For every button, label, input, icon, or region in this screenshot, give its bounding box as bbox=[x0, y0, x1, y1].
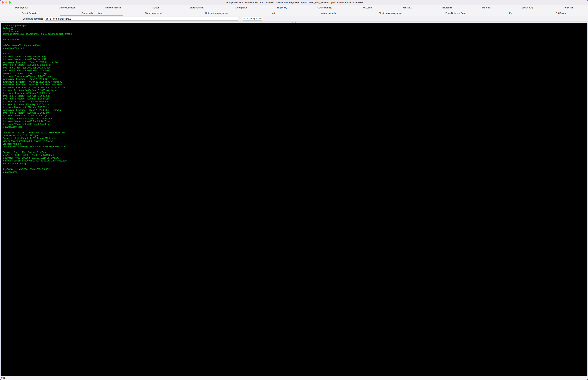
tab-command-execution[interactable]: Command execution bbox=[60, 10, 123, 16]
terminal-line: Sector size (logical/physical): 512 byte… bbox=[3, 137, 294, 140]
splitter-handle[interactable] bbox=[0, 21, 294, 23]
tab-memory-injection[interactable]: Memory injection bbox=[90, 5, 137, 10]
terminal-line: /dev/vda2 4096 395263 391168 191M EFI Sy… bbox=[3, 156, 294, 159]
tab-file-management[interactable]: File management bbox=[123, 10, 184, 16]
terminal-line: lrwxrwxrwx 1 root root 8 Jun 25 2025 sbi… bbox=[3, 109, 294, 112]
terminal-line: flag{5814d11a-d4b2-866e-28ab-c788e3a063b… bbox=[3, 168, 294, 171]
tab-notes[interactable]: Notes bbox=[250, 10, 294, 16]
terminal-line: /opt/webapp/ >id bbox=[3, 38, 294, 41]
terminal-line: /opt/webapp/ >ls -la / bbox=[3, 47, 294, 50]
terminal-line: drwxr-xr-x 4 root root 4096 Jun 25 2025 … bbox=[3, 64, 294, 66]
terminal-line: /dev/vda1 2048 4095 2048 1M BIOS boot bbox=[3, 154, 294, 156]
terminal-output[interactable]: currentDir:/opt/webapp/fileRoot:[/]curre… bbox=[0, 23, 294, 190]
terminal-line: total 72 bbox=[3, 52, 294, 55]
terminal-line: dr-xr-xr-x 158 root root 0 Jan 10 16:59 … bbox=[3, 100, 294, 103]
terminal-line: lrwxrwxrwx 1 root root 7 Jun 25 2025 lib… bbox=[3, 78, 294, 80]
terminal-line: lrwxrwxrwx 1 root root 7 Jun 25 2025 bin… bbox=[3, 61, 294, 64]
window-title: Url:http://172.16.22.88:8080/favicon.ico… bbox=[0, 1, 294, 4]
terminal-line: drwx------ 2 root root 16384 Jun 25 2025… bbox=[3, 89, 294, 92]
splitter-dot bbox=[293, 22, 293, 22]
terminal-line: lrwxrwxrwx 1 root root 9 Jun 25 2025 lib… bbox=[3, 83, 294, 86]
tab-httpproxy[interactable]: HttpProxy bbox=[262, 5, 294, 10]
terminal-line: drwxr-xr-x 12 root root 4096 Sep 2 14:43… bbox=[3, 123, 294, 126]
terminal-line: Disk identifier: 7DF8EFBA-6DB3-4AD2-A41B… bbox=[3, 145, 294, 148]
terminal-line bbox=[3, 41, 294, 44]
zoom-button[interactable] bbox=[9, 1, 11, 3]
terminal-line: I/O size (minimum/optimal): 512 bytes / … bbox=[3, 140, 294, 142]
tab-base-information[interactable]: Base information bbox=[0, 10, 60, 16]
save-configuration-button[interactable]: Save configuration bbox=[242, 17, 263, 20]
terminal-line: /opt/webapp/ >cat /flag bbox=[3, 162, 294, 165]
terminal-line: Units: sectors of 1 * 512 = 512 bytes bbox=[3, 134, 294, 137]
terminal-line: Disk /dev/vda: 40 GiB, 42949672960 bytes… bbox=[3, 131, 294, 134]
terminal-line: drwxrwxrwt 14 root root 4096 Jan 10 17:2… bbox=[3, 117, 294, 120]
primary-tab-bar: MemoryShellShellcodeLoaderMemory injecti… bbox=[0, 5, 294, 10]
terminal-line: drwx------ 7 root root 4096 Sep 2 15:04 … bbox=[3, 103, 294, 106]
terminal-line: drwxr-xr-x 17 root root 3900 Jan 10 16:5… bbox=[3, 66, 294, 69]
traffic-lights bbox=[1, 1, 11, 3]
title-bar[interactable]: Url:http://172.16.22.88:8080/favicon.ico… bbox=[0, 0, 294, 5]
terminal-line: -rw-r--r-- 1 root root 43 Sep 2 15:04 fl… bbox=[3, 72, 294, 75]
terminal-line: lrwxrwxrwx 1 root root 9 Jun 25 2025 lib… bbox=[3, 80, 294, 83]
terminal-line: lrwxrwxrwx 1 root root 10 Jun 25 2025 li… bbox=[3, 86, 294, 89]
terminal-line: drwxr-xr-x 2 root root 4096 Apr 15 2020 … bbox=[3, 75, 294, 78]
terminal-line: drwxr-xr-x 23 root root 720 Jan 10 16:59… bbox=[3, 106, 294, 109]
secondary-tab-bar: Base informationCommand executionFile ma… bbox=[0, 10, 294, 16]
tab-memoryshell[interactable]: MemoryShell bbox=[0, 5, 43, 10]
tab-superterminal[interactable]: SuperTerminal bbox=[175, 5, 219, 10]
terminal-line bbox=[3, 128, 294, 131]
terminal-line: Disklabel type: gpt bbox=[3, 142, 294, 145]
terminal-line: /dev/vda3 395264 83886046 83490783 39.8G… bbox=[3, 159, 294, 162]
terminal-line: uid=0(root) gid=0(root) groups=0(root) bbox=[3, 44, 294, 47]
terminal-line: drwxr-xr-x 93 root root 4096 Sep 2 14:43… bbox=[3, 69, 294, 72]
minimize-button[interactable] bbox=[5, 1, 7, 3]
tab-screen[interactable]: Screen bbox=[137, 5, 175, 10]
terminal-line bbox=[3, 165, 294, 168]
terminal-line: drwxr-xr-x 18 root root 4096 Jan 10 16:5… bbox=[3, 58, 294, 61]
app-window: Url:http://172.16.22.88:8080/favicon.ico… bbox=[0, 0, 294, 190]
command-template-row: Command Template Save configuration bbox=[0, 16, 294, 21]
terminal-line: drwxr-xr-x 2 root root 4096 Aug 1 2020 m… bbox=[3, 95, 294, 97]
close-button[interactable] bbox=[1, 1, 4, 3]
terminal-line bbox=[3, 50, 294, 52]
terminal-line: fileRoot:[/] bbox=[3, 27, 294, 30]
terminal-line bbox=[3, 148, 294, 151]
terminal-line: drwxr-xr-x 14 root root 4096 Jun 25 2025… bbox=[3, 120, 294, 123]
terminal-line: Device Start End Sectors Size Type bbox=[3, 151, 294, 154]
terminal-line: currentUser:root bbox=[3, 30, 294, 33]
tab-database-management[interactable]: Database management bbox=[184, 10, 250, 16]
tab-shellcodeloader[interactable]: ShellcodeLoader bbox=[43, 5, 90, 10]
command-template-label: Command Template bbox=[22, 18, 43, 20]
command-template-input[interactable] bbox=[45, 17, 238, 20]
terminal-line: /opt/webapp/ > bbox=[3, 171, 294, 173]
splitter-dot bbox=[294, 22, 294, 22]
terminal-line: osInfo:os.name: Linux os.version: 5.4.0-… bbox=[3, 33, 294, 35]
terminal-line: drwxr-xr-x 4 root root 4096 Jun 25 2025 … bbox=[3, 92, 294, 95]
terminal-line: drwxr-xr-x 18 root root 4096 Jan 10 16:5… bbox=[3, 55, 294, 58]
terminal-line: /opt/webapp/ >fdisk -l bbox=[3, 126, 294, 128]
terminal-line: drwxr-xr-x 2 root root 4096 Aug 1 2020 s… bbox=[3, 112, 294, 114]
tab-jmeterpreter[interactable]: JMeterpreter bbox=[219, 5, 262, 10]
terminal-line: drwxr-xr-x 3 root root 4096 Sep 2 14:54 … bbox=[3, 97, 294, 100]
terminal-line: currentDir:/opt/webapp/ bbox=[3, 24, 294, 27]
terminal-line bbox=[3, 35, 294, 38]
terminal-line: dr-xr-xr-x 13 root root 0 Jan 10 16:59 s… bbox=[3, 114, 294, 117]
